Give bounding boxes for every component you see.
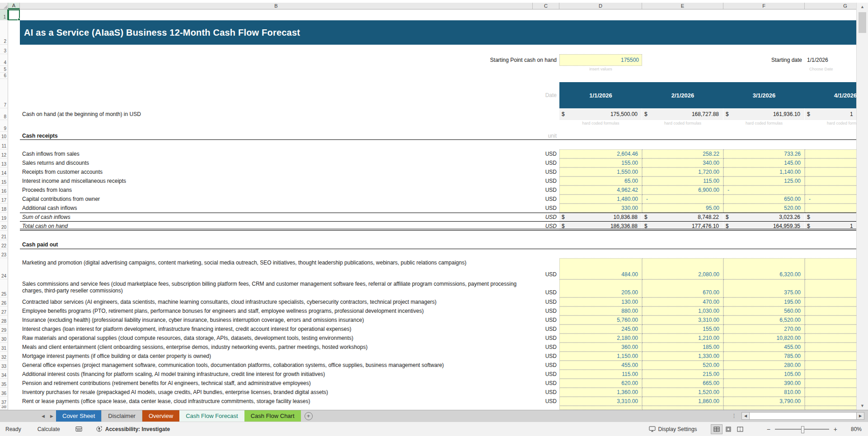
hscroll-right-icon[interactable]: ▶ bbox=[856, 412, 864, 420]
unit-cell[interactable]: USD bbox=[533, 334, 559, 343]
money-cell[interactable]: $177,476.10 bbox=[642, 222, 723, 231]
input-cell[interactable]: 245.00 bbox=[559, 325, 642, 334]
input-cell[interactable] bbox=[805, 388, 856, 397]
zoom-slider[interactable] bbox=[775, 429, 829, 430]
row-number[interactable]: 30 bbox=[0, 334, 8, 343]
row-number[interactable]: 2 bbox=[0, 20, 8, 45]
row-number[interactable]: 8 bbox=[0, 108, 8, 120]
input-cell[interactable]: 470.00 bbox=[642, 297, 723, 306]
row-number[interactable]: 29 bbox=[0, 325, 8, 334]
row-label[interactable]: Marketing and promotion (digital adverti… bbox=[20, 258, 533, 279]
row-number[interactable]: 27 bbox=[0, 306, 8, 315]
unit-cell[interactable]: USD bbox=[533, 352, 559, 361]
input-cell[interactable]: 650.00 bbox=[723, 195, 805, 204]
row-number[interactable]: 3 bbox=[0, 45, 8, 54]
unit-cell[interactable]: USD bbox=[533, 343, 559, 352]
input-cell[interactable] bbox=[805, 204, 856, 213]
input-cell[interactable] bbox=[805, 158, 856, 167]
row-label[interactable]: General office expenses (project managem… bbox=[20, 361, 533, 370]
input-cell[interactable] bbox=[805, 279, 856, 297]
input-cell[interactable]: 484.00 bbox=[559, 258, 642, 279]
row-number[interactable]: 23 bbox=[0, 249, 8, 258]
row-label[interactable]: Interest charges (loan interest for plat… bbox=[20, 325, 533, 334]
money-cell[interactable]: $ bbox=[805, 213, 856, 222]
row-number[interactable]: 31 bbox=[0, 343, 8, 352]
money-cell[interactable]: $1 bbox=[805, 108, 856, 120]
row-number[interactable]: 24 bbox=[0, 258, 8, 279]
starting-date-value[interactable]: 1/1/2026 bbox=[805, 54, 856, 66]
display-settings-button[interactable]: Display Settings bbox=[649, 426, 697, 432]
row-label[interactable]: Cash inflows from sales bbox=[20, 149, 533, 158]
input-cell[interactable]: 1,030.00 bbox=[642, 306, 723, 315]
unit-cell[interactable]: USD bbox=[533, 397, 559, 406]
normal-view-button[interactable] bbox=[711, 424, 723, 434]
input-cell[interactable]: 2,604.46 bbox=[559, 149, 642, 158]
tab-cash-flow-chart[interactable]: Cash Flow Chart bbox=[244, 410, 301, 422]
tab-cover-sheet[interactable]: Cover Sheet bbox=[56, 410, 101, 422]
input-cell[interactable] bbox=[559, 406, 642, 410]
input-cell[interactable]: 145.00 bbox=[723, 158, 805, 167]
money-cell[interactable]: $1 bbox=[805, 222, 856, 231]
row-number[interactable]: 20 bbox=[0, 222, 8, 231]
input-cell[interactable] bbox=[805, 297, 856, 306]
zoom-in-icon[interactable]: + bbox=[833, 426, 838, 433]
row-label[interactable]: Raw materials and operational supplies (… bbox=[20, 334, 533, 343]
macro-record-icon[interactable] bbox=[75, 426, 82, 432]
input-cell[interactable]: 5,760.00 bbox=[559, 315, 642, 325]
unit-cell[interactable]: USD bbox=[533, 158, 559, 167]
input-cell[interactable]: 270.00 bbox=[723, 325, 805, 334]
select-all-corner[interactable] bbox=[0, 3, 8, 9]
money-cell[interactable]: $3,023.26 bbox=[723, 213, 805, 222]
input-cell[interactable]: 3,310.00 bbox=[642, 315, 723, 325]
input-cell[interactable]: 2,180.00 bbox=[559, 334, 642, 343]
money-cell[interactable]: $164,959.35 bbox=[723, 222, 805, 231]
input-cell[interactable]: 10,820.00 bbox=[723, 334, 805, 343]
page-layout-view-button[interactable] bbox=[723, 424, 734, 434]
row-number[interactable]: 4 bbox=[0, 54, 8, 66]
unit-cell[interactable]: USD bbox=[533, 186, 559, 195]
page-break-view-button[interactable] bbox=[734, 424, 746, 434]
input-cell[interactable] bbox=[805, 352, 856, 361]
input-cell[interactable]: 115.00 bbox=[559, 370, 642, 379]
unit-cell[interactable]: USD bbox=[533, 149, 559, 158]
month-header[interactable]: 4/1/2026 bbox=[805, 82, 856, 108]
input-cell[interactable]: 125.00 bbox=[723, 176, 805, 186]
row-number[interactable]: 7 bbox=[0, 79, 8, 108]
input-cell[interactable]: 2,080.00 bbox=[642, 258, 723, 279]
input-cell[interactable] bbox=[805, 315, 856, 325]
money-cell[interactable]: $175,500.00 bbox=[559, 108, 642, 120]
input-cell[interactable]: 1,480.00 bbox=[559, 195, 642, 204]
month-header[interactable]: 2/1/2026 bbox=[642, 82, 723, 108]
input-cell[interactable]: 810.00 bbox=[723, 388, 805, 397]
row-number[interactable]: 38 bbox=[0, 406, 8, 410]
zoom-percentage[interactable]: 80% bbox=[847, 426, 862, 432]
input-cell[interactable]: 95.00 bbox=[642, 204, 723, 213]
input-cell[interactable] bbox=[723, 406, 805, 410]
input-cell[interactable] bbox=[805, 361, 856, 370]
vertical-scroll-thumb[interactable] bbox=[859, 12, 866, 33]
row-label[interactable]: Mortgage interest payments (if office bu… bbox=[20, 352, 533, 361]
input-cell[interactable]: 1,360.00 bbox=[559, 388, 642, 397]
input-cell[interactable] bbox=[805, 186, 856, 195]
tab-scroll-left-icon[interactable]: ◀ bbox=[39, 410, 47, 422]
unit-cell[interactable]: USD bbox=[533, 213, 559, 222]
unit-cell[interactable] bbox=[533, 108, 559, 120]
input-cell[interactable]: 665.00 bbox=[642, 379, 723, 388]
row-label[interactable]: Sales commissions and service fees (clou… bbox=[20, 279, 533, 297]
input-cell[interactable]: 155.00 bbox=[559, 158, 642, 167]
input-cell[interactable]: - bbox=[723, 186, 805, 195]
input-cell[interactable]: 280.00 bbox=[723, 361, 805, 370]
row-label[interactable]: Proceeds from loans bbox=[20, 186, 533, 195]
month-header[interactable]: 1/1/2026 bbox=[559, 82, 642, 108]
row-number[interactable]: 1 bbox=[0, 9, 8, 20]
input-cell[interactable]: 785.00 bbox=[723, 352, 805, 361]
unit-cell[interactable]: USD bbox=[533, 258, 559, 279]
input-cell[interactable] bbox=[805, 370, 856, 379]
input-cell[interactable] bbox=[805, 406, 856, 410]
row-label[interactable]: Meals and client entertainment (client o… bbox=[20, 343, 533, 352]
row-label[interactable]: Cash on hand (at the beginning of month)… bbox=[20, 108, 533, 120]
row-number[interactable]: 35 bbox=[0, 379, 8, 388]
column-header-g[interactable]: G bbox=[805, 3, 856, 9]
row-number[interactable]: 22 bbox=[0, 240, 8, 249]
input-cell[interactable]: 185.00 bbox=[642, 343, 723, 352]
